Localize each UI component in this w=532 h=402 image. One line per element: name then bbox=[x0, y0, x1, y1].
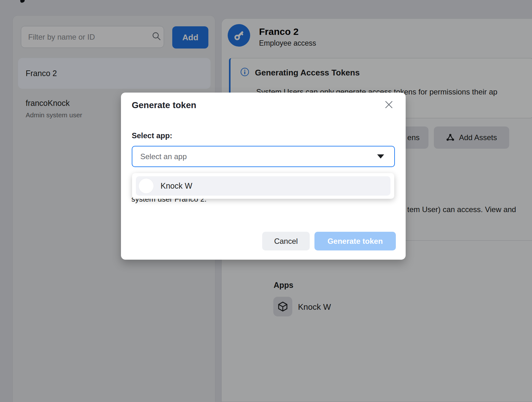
chevron-down-icon bbox=[377, 154, 384, 159]
generate-token-button[interactable]: Generate token bbox=[314, 232, 396, 250]
app-avatar-placeholder bbox=[139, 178, 154, 193]
select-app-label: Select app: bbox=[132, 131, 172, 140]
app-dropdown-menu: Knock W bbox=[132, 173, 394, 199]
modal-title: Generate token bbox=[132, 100, 196, 110]
dropdown-option-knock-w[interactable]: Knock W bbox=[136, 176, 390, 196]
dropdown-option-label: Knock W bbox=[161, 181, 192, 191]
app-dropdown[interactable]: Select an app bbox=[132, 146, 395, 167]
close-icon[interactable] bbox=[383, 99, 395, 110]
dropdown-placeholder: Select an app bbox=[140, 152, 377, 161]
cancel-button[interactable]: Cancel bbox=[262, 232, 310, 250]
generate-token-modal: Generate token Select app: Select an app… bbox=[121, 93, 406, 260]
